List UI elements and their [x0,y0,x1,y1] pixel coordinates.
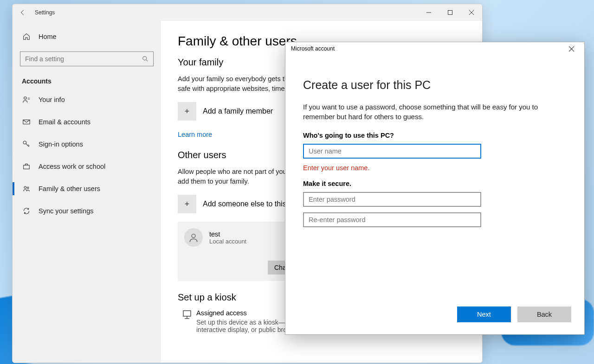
titlebar: Settings [13,4,482,21]
sidebar-item-signin[interactable]: Sign-in options [13,133,161,155]
svg-line-3 [146,60,148,62]
password-confirm-input[interactable] [303,212,481,227]
person-icon [22,95,31,104]
username-label: Who's going to use this PC? [303,132,567,139]
password-label: Make it secure. [303,180,567,187]
briefcase-icon [22,162,31,171]
people-icon [22,184,31,193]
add-other-label: Add someone else to this PC [203,200,298,208]
svg-point-11 [27,187,29,189]
search-input[interactable] [25,55,148,63]
svg-rect-13 [183,311,191,316]
window-controls [418,4,482,21]
sidebar-item-sync[interactable]: Sync your settings [13,200,161,222]
sidebar-item-label: Home [39,33,57,40]
sidebar: Home Accounts Your info [13,21,161,363]
sidebar-item-label: Sync your settings [39,207,93,215]
svg-point-4 [24,97,26,99]
user-name: test [209,230,246,238]
sidebar-item-label: Email & accounts [39,118,90,126]
svg-point-2 [143,57,147,60]
mail-icon [22,117,31,127]
dialog-footer: Next Back [285,298,584,334]
key-icon [22,140,31,149]
svg-rect-9 [24,165,30,169]
home-icon [22,32,31,41]
username-input[interactable] [303,144,481,159]
sidebar-item-email[interactable]: Email & accounts [13,111,161,133]
close-button[interactable] [461,4,482,21]
username-error: Enter your user name. [303,164,567,172]
dialog-description: If you want to use a password, choose so… [303,102,567,121]
back-button[interactable] [13,4,33,21]
sidebar-section-label: Accounts [13,72,161,89]
sidebar-item-label: Sign-in options [39,140,83,148]
search-icon [142,56,148,62]
dialog-title: Microsoft account [291,45,335,52]
svg-point-8 [23,141,26,144]
sidebar-item-home[interactable]: Home [13,26,161,48]
password-input[interactable] [303,192,481,207]
dialog-heading: Create a user for this PC [303,78,567,92]
search-box[interactable] [20,51,154,66]
create-user-dialog: Microsoft account Create a user for this… [285,42,585,335]
sidebar-item-label: Family & other users [39,185,100,192]
back-button[interactable]: Back [517,307,571,322]
svg-point-12 [192,234,195,238]
sync-icon [22,206,31,216]
plus-icon: + [178,195,196,213]
sidebar-item-family[interactable]: Family & other users [13,178,161,200]
sidebar-item-label: Access work or school [39,163,105,170]
sidebar-item-work-school[interactable]: Access work or school [13,155,161,178]
minimize-button[interactable] [418,4,439,21]
learn-more-link[interactable]: Learn more [178,131,212,138]
sidebar-item-label: Your info [39,96,65,103]
kiosk-icon [178,309,196,333]
sidebar-item-your-info[interactable]: Your info [13,89,161,111]
plus-icon: + [178,102,196,121]
avatar [184,228,203,247]
maximize-button[interactable] [439,4,461,21]
user-subtitle: Local account [209,238,246,245]
add-family-label: Add a family member [203,107,273,115]
window-title: Settings [35,9,55,16]
svg-rect-1 [448,11,452,15]
svg-point-10 [24,186,26,189]
dialog-body: Create a user for this PC If you want to… [285,55,584,298]
next-button[interactable]: Next [457,307,511,322]
dialog-close-button[interactable] [564,42,579,55]
dialog-titlebar: Microsoft account [285,42,584,55]
